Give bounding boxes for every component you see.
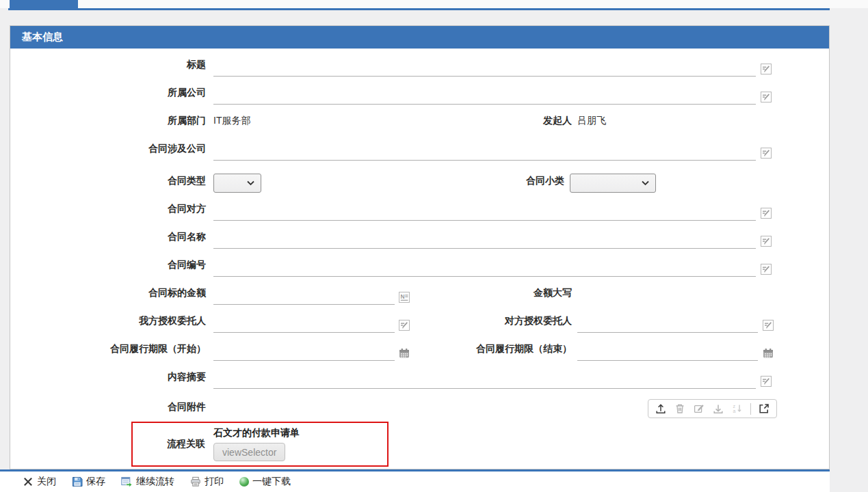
contract-type-select[interactable] [213, 174, 261, 193]
our-agent-label: 我方授权委托人 [10, 315, 206, 333]
form-row-involved-company: 合同涉及公司 [10, 133, 829, 161]
workflow-relation-content: 石文才的付款申请单 viewSelector [213, 427, 300, 461]
summary-input[interactable] [213, 374, 756, 389]
workflow-link[interactable]: 石文才的付款申请单 [213, 427, 300, 439]
our-agent-input[interactable] [213, 318, 395, 333]
company-label: 所属公司 [10, 87, 206, 105]
top-strip [0, 0, 868, 8]
form-row-department: 所属部门 IT服务部 发起人 吕朋飞 [10, 105, 829, 133]
floppy-disk-icon [72, 476, 83, 487]
period-start-label: 合同履行期限（开始） [10, 343, 206, 361]
text-edit-icon[interactable] [761, 376, 772, 387]
counterparty-agent-input[interactable] [577, 318, 758, 333]
calendar-icon[interactable] [763, 348, 774, 359]
department-value: IT服务部 [213, 115, 250, 133]
text-edit-icon[interactable] [399, 320, 410, 331]
text-edit-icon[interactable] [761, 208, 772, 219]
text-edit-icon[interactable] [761, 264, 772, 275]
text-edit-icon[interactable] [761, 64, 772, 74]
department-label: 所属部门 [10, 115, 206, 133]
form-row-contract-type: 合同类型 合同小类 [10, 161, 829, 193]
initiator-label: 发起人 [417, 115, 572, 133]
form-row-contract-number: 合同编号 [10, 249, 829, 277]
basic-info-panel: 基本信息 标题 所属公司 所属部门 IT服务部 发起人 吕朋飞 合同涉及公司 合… [10, 25, 830, 469]
involved-company-label: 合同涉及公司 [10, 143, 206, 161]
save-button[interactable]: 保存 [72, 476, 105, 488]
text-edit-icon[interactable] [761, 148, 772, 159]
number-input-icon[interactable] [399, 292, 410, 303]
company-input[interactable] [213, 90, 756, 105]
contract-number-label: 合同编号 [10, 259, 206, 277]
form-row-period: 合同履行期限（开始） 合同履行期限（结束） [10, 333, 829, 361]
active-tab[interactable] [10, 0, 78, 8]
amount-in-words-label: 金额大写 [417, 287, 572, 305]
counterparty-input[interactable] [213, 206, 756, 221]
initiator-value: 吕朋飞 [577, 115, 606, 133]
close-label: 关闭 [37, 476, 56, 488]
close-button[interactable]: 关闭 [23, 476, 56, 488]
chevron-down-icon [642, 180, 649, 186]
open-in-new-window-icon[interactable] [758, 402, 770, 415]
contract-subtype-select[interactable] [570, 174, 656, 193]
delete-icon[interactable] [674, 402, 686, 415]
view-selector-button[interactable]: viewSelector [213, 443, 285, 461]
attachments-label: 合同附件 [10, 401, 206, 419]
amount-label: 合同标的金额 [10, 287, 206, 305]
form-row-title: 标题 [10, 49, 829, 77]
contract-name-label: 合同名称 [10, 231, 206, 249]
text-edit-icon[interactable] [763, 320, 774, 331]
sort-icon[interactable] [731, 402, 744, 415]
contract-type-label: 合同类型 [10, 175, 206, 193]
continue-flow-label: 继续流转 [136, 476, 174, 488]
green-ball-icon [239, 477, 249, 487]
workflow-relation-label: 流程关联 [133, 438, 205, 450]
counterparty-agent-label: 对方授权委托人 [417, 315, 572, 333]
download-icon[interactable] [712, 402, 724, 415]
close-icon [23, 476, 34, 487]
form-row-amount: 合同标的金额 金额大写 [10, 277, 829, 305]
upload-icon[interactable] [655, 402, 667, 415]
summary-label: 内容摘要 [10, 371, 206, 389]
text-edit-icon[interactable] [761, 92, 772, 102]
calendar-icon[interactable] [399, 348, 410, 359]
tab-underline [8, 8, 830, 10]
printer-icon [190, 476, 201, 487]
chevron-down-icon [247, 180, 254, 186]
attachments-toolbar [648, 399, 777, 418]
print-button[interactable]: 打印 [190, 476, 224, 488]
form-row-attachments: 合同附件 [10, 389, 829, 419]
edit-icon[interactable] [693, 402, 705, 415]
period-end-label: 合同履行期限（结束） [417, 343, 572, 361]
period-start-input[interactable] [213, 346, 395, 361]
flow-forward-icon [121, 476, 133, 487]
form-row-agents: 我方授权委托人 对方授权委托人 [10, 305, 829, 333]
save-label: 保存 [86, 476, 105, 488]
involved-company-input[interactable] [213, 146, 756, 161]
toolbar-divider [750, 403, 751, 415]
contract-number-input[interactable] [213, 262, 756, 277]
form-row-company: 所属公司 [10, 77, 829, 105]
one-click-download-label: 一键下载 [252, 476, 291, 488]
form-row-summary: 内容摘要 [10, 361, 829, 389]
counterparty-label: 合同对方 [10, 203, 206, 221]
annotation-highlight-box: 流程关联 石文才的付款申请单 viewSelector [131, 422, 389, 467]
amount-input[interactable] [213, 290, 395, 305]
title-label: 标题 [10, 59, 206, 77]
form-row-contract-name: 合同名称 [10, 221, 829, 249]
section-title: 基本信息 [22, 31, 63, 44]
continue-flow-button[interactable]: 继续流转 [121, 476, 174, 488]
print-label: 打印 [205, 476, 224, 488]
title-input[interactable] [213, 62, 756, 77]
section-header: 基本信息 [10, 26, 829, 49]
contract-name-input[interactable] [213, 234, 756, 249]
form-row-counterparty: 合同对方 [10, 193, 829, 221]
footer-toolbar: 关闭 保存 继续流转 打印 一键下载 [0, 469, 830, 492]
text-edit-icon[interactable] [761, 236, 772, 247]
contract-subtype-label: 合同小类 [410, 175, 564, 193]
one-click-download-button[interactable]: 一键下载 [239, 476, 291, 488]
period-end-input[interactable] [577, 346, 758, 361]
